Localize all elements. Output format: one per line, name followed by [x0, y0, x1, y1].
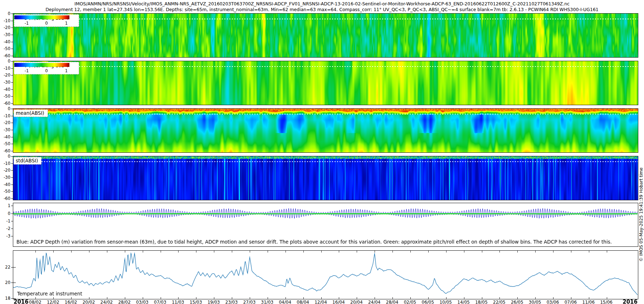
- v-colorbar-legend: V (m/s) along 161°T -101: [14, 62, 79, 74]
- y-tick-mark: [11, 42, 13, 42]
- y-tick-label: -30: [1, 32, 10, 37]
- y-tick-mark: [11, 191, 13, 192]
- panel-v-velocity: V (m/s) along 161°T -101: [13, 61, 638, 105]
- y-tick-label: -50: [1, 94, 10, 99]
- y-tick-label: -50: [1, 46, 10, 51]
- x-tick-label: 08/04: [297, 300, 309, 304]
- y-tick-label: -60: [1, 148, 10, 153]
- y-tick-mark: [11, 206, 13, 206]
- y-tick-mark: [11, 144, 13, 144]
- x-tick-label: 24/04: [368, 300, 381, 304]
- y-tick-mark: [11, 116, 13, 116]
- y-tick-label: 0: [1, 106, 10, 111]
- y-tick-label: -40: [1, 87, 10, 92]
- y-tick-label: -50: [1, 189, 10, 194]
- x-tick-label: 31/03: [261, 300, 274, 304]
- y-tick-mark: [11, 156, 13, 157]
- y-tick-mark: [11, 82, 13, 83]
- y-tick-label: -30: [1, 80, 10, 85]
- v-colorbar-gradient: [14, 63, 69, 67]
- y-tick-mark: [11, 103, 13, 104]
- panel-std-absi: std(ABSI): [13, 156, 638, 200]
- colorbar-tick-label: 1: [65, 21, 68, 26]
- y-tick-label: -10: [1, 113, 10, 118]
- y-tick-label: -60: [1, 196, 10, 201]
- std-absi-heatmap: [13, 156, 638, 200]
- x-tick-label: 15/03: [190, 300, 202, 304]
- y-tick-mark: [11, 28, 13, 28]
- x-tick-label: 04/04: [279, 300, 291, 304]
- x-tick-label: 11/06: [582, 300, 595, 304]
- x-tick-label: 16/04: [332, 300, 345, 304]
- y-tick-mark: [11, 137, 13, 137]
- y-tick-label: -10: [1, 161, 10, 166]
- x-tick-label: 24/02: [101, 300, 113, 304]
- x-tick-label: 20/04: [350, 300, 363, 304]
- depth-annotation: Blue: ADCP Depth (m) variation from sens…: [16, 239, 612, 245]
- copyright-timestamp-note: © IMOS 05-May-2025 19:41:39 Hobart time: [639, 167, 644, 261]
- x-axis-year-left: 2016: [14, 299, 29, 304]
- std-absi-label: std(ABSI): [14, 157, 42, 165]
- mean-absi-label: mean(ABSI): [14, 109, 48, 117]
- y-tick-label: -10: [1, 18, 10, 23]
- y-tick-label: -40: [1, 182, 10, 187]
- y-tick-label: 0: [1, 154, 10, 159]
- colorbar-tick-label: -1: [25, 21, 29, 26]
- x-tick-label: 06/05: [422, 300, 434, 304]
- temperature-lineplot: [13, 251, 638, 299]
- y-tick-label: -30: [1, 175, 10, 180]
- x-tick-label: 02/05: [404, 300, 416, 304]
- y-tick-label: -40: [1, 134, 10, 139]
- panel-temperature: Temperature at instrument: [13, 250, 638, 299]
- y-tick-mark: [11, 151, 13, 151]
- y-tick-mark: [11, 123, 13, 123]
- y-tick-label: 0: [1, 11, 10, 16]
- x-tick-label: 07/06: [565, 300, 577, 304]
- x-tick-label: 19/03: [208, 300, 220, 304]
- y-tick-label: 0: [1, 211, 10, 216]
- y-tick-mark: [11, 170, 13, 171]
- y-tick-label: -20: [1, 120, 10, 125]
- u-colorbar-gradient: [14, 15, 69, 19]
- y-tick-label: -60: [1, 53, 10, 58]
- y-tick-mark: [11, 61, 13, 62]
- u-colorbar-legend: U (m/s) along 251°T -101: [14, 14, 79, 27]
- y-tick-label: -60: [1, 101, 10, 106]
- colorbar-tick-label: 1: [65, 68, 68, 73]
- temperature-label: Temperature at instrument: [17, 291, 82, 296]
- x-tick-label: 28/04: [386, 300, 399, 304]
- y-tick-label: 20: [1, 280, 10, 285]
- y-tick-mark: [11, 221, 13, 221]
- y-tick-mark: [11, 177, 13, 178]
- y-tick-label: 22: [1, 265, 10, 270]
- y-tick-label: -30: [1, 127, 10, 132]
- mean-absi-heatmap: [13, 109, 638, 152]
- panel-depth-variation: Blue: ADCP Depth (m) variation from sens…: [13, 203, 638, 247]
- y-tick-label: 0: [1, 59, 10, 64]
- y-tick-mark: [11, 14, 13, 14]
- x-tick-label: 03/03: [136, 300, 148, 304]
- colorbar-tick-label: 0: [45, 21, 48, 26]
- y-tick-label: -20: [1, 25, 10, 30]
- y-tick-label: -40: [1, 39, 10, 44]
- x-tick-label: 22/05: [493, 300, 506, 304]
- y-tick-label: -3: [1, 234, 10, 239]
- y-tick-mark: [11, 68, 13, 69]
- x-axis-year-right: 2016: [623, 299, 638, 304]
- y-tick-label: -50: [1, 141, 10, 146]
- x-tick-label: 07/03: [154, 300, 166, 304]
- y-tick-mark: [11, 236, 13, 236]
- panel-mean-absi: mean(ABSI): [13, 108, 638, 153]
- y-tick-mark: [11, 35, 13, 35]
- x-tick-label: 12/02: [47, 300, 59, 304]
- y-tick-mark: [11, 198, 13, 199]
- colorbar-tick-label: -1: [25, 68, 29, 73]
- x-tick-label: 11/03: [172, 300, 184, 304]
- x-tick-label: 12/04: [314, 300, 327, 304]
- y-tick-mark: [11, 130, 13, 130]
- v-velocity-heatmap: [13, 61, 638, 105]
- panel-u-velocity: U (m/s) along 251°T -101: [13, 13, 638, 58]
- u-velocity-heatmap: [13, 14, 638, 57]
- y-tick-mark: [11, 298, 13, 299]
- x-tick-label: 30/05: [529, 300, 541, 304]
